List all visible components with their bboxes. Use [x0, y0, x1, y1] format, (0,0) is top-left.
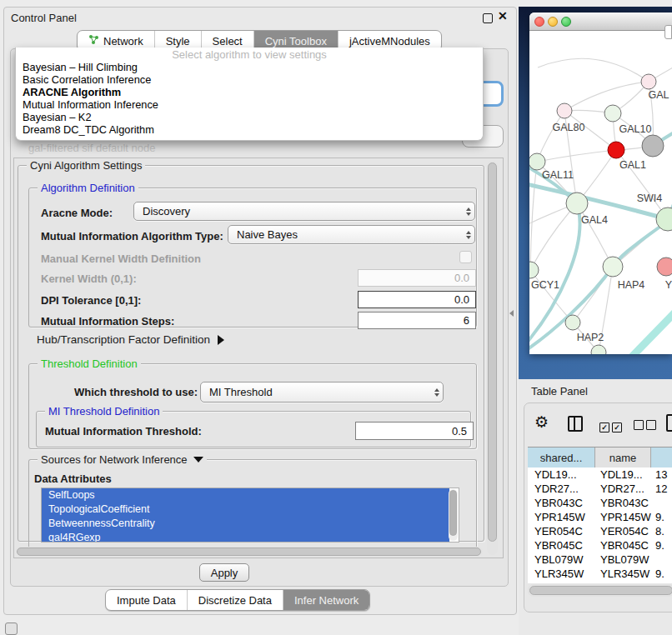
attribute-item[interactable]: BetweennessCentrality: [42, 517, 449, 531]
aracne-mode-combo[interactable]: Discovery: [133, 202, 475, 221]
table-cell: YIL052C: [595, 582, 651, 583]
dock-grip-icon[interactable]: [5, 622, 18, 635]
mi-steps-field[interactable]: 6: [358, 312, 476, 329]
network-node-gal[interactable]: [641, 74, 656, 89]
dpi-tolerance-field[interactable]: 0.0: [358, 291, 476, 308]
table-row[interactable]: YDL19...YDL19...13: [528, 468, 672, 482]
tab-label: Select: [213, 35, 243, 48]
tab-infer-network[interactable]: Infer Network: [283, 590, 369, 610]
node-label: GAL10: [619, 123, 652, 135]
column-header-shared-name[interactable]: shared...: [528, 448, 595, 468]
network-node-gal80[interactable]: [557, 103, 572, 118]
network-node-hap4[interactable]: [603, 257, 623, 277]
column-header-name[interactable]: name: [595, 448, 651, 468]
dropdown-item[interactable]: Mutual Information Inference: [16, 98, 483, 111]
column-view-icon[interactable]: [568, 416, 583, 432]
minimize-traffic-light[interactable]: [548, 17, 558, 27]
sources-group: Sources for Network Inference Data Attri…: [28, 459, 477, 548]
table-cell: YPR145W: [595, 511, 651, 523]
network-node-y[interactable]: [657, 258, 672, 276]
deselect-all-checkboxes-icon[interactable]: [634, 418, 659, 433]
table-cell: YLR345W: [528, 568, 595, 580]
table-row[interactable]: YPR145WYPR145W9.: [528, 510, 672, 524]
node-label: HAP4: [618, 279, 645, 291]
network-node-hap2[interactable]: [565, 315, 580, 330]
network-window-titlebar[interactable]: [529, 12, 672, 31]
dropdown-prompt: Select algorithm to view settings: [16, 48, 483, 61]
table-cell: YPR145W: [528, 511, 595, 523]
network-node-gal10[interactable]: [604, 105, 621, 122]
column-header-partial[interactable]: [651, 448, 672, 468]
attribute-item[interactable]: TopologicalCoefficient: [42, 502, 449, 517]
settings-scroll-viewport: Cyni Algorithm Settings Algorithm Defini…: [13, 158, 504, 558]
table-panel-frame: ⚙ ✓✓ shared... name YDL19...YDL19...1: [524, 402, 672, 612]
mi-threshold-definition-group: MI Threshold Definition Mutual Informati…: [36, 411, 471, 448]
attribute-item[interactable]: SelfLoops: [42, 488, 449, 502]
table-row[interactable]: YIL052CYIL052C9: [528, 581, 672, 583]
splitter-arrow-icon[interactable]: [509, 310, 514, 317]
manual-kernel-label: Manual Kernel Width Definition: [41, 252, 201, 265]
table-horizontal-scrollbar[interactable]: [528, 584, 672, 597]
sources-title-row[interactable]: Sources for Network Inference: [38, 453, 207, 466]
mi-threshold-definition-title: MI Threshold Definition: [45, 405, 163, 418]
close-traffic-light[interactable]: [534, 17, 544, 27]
zoom-traffic-light[interactable]: [561, 17, 571, 27]
aracne-mode-value: Discovery: [143, 205, 190, 218]
tab-label: Cyni Toolbox: [265, 35, 327, 48]
table-cell: 9.: [651, 539, 672, 552]
dropdown-item[interactable]: Bayesian – Hill Climbing: [16, 61, 483, 73]
node-label: GCY1: [531, 279, 559, 291]
dropdown-item[interactable]: Basic Correlation Inference: [16, 73, 483, 86]
network-canvas[interactable]: GALGAL80GAL10GAL1GAL11SWI4GAL4GCY1HAP4YH…: [529, 31, 672, 354]
table-cell: YDL19...: [528, 468, 595, 481]
tab-impute-data[interactable]: Impute Data: [106, 590, 187, 610]
algorithm-definition-group: Algorithm Definition Aracne Mode: Discov…: [28, 188, 477, 328]
table-cell: 9.: [651, 568, 672, 580]
table-cell: YIL052C: [528, 582, 595, 583]
dropdown-item[interactable]: Bayesian – K2: [16, 111, 483, 123]
table-cell: YDR27...: [595, 482, 651, 495]
dpi-tolerance-label: DPI Tolerance [0,1]:: [41, 294, 141, 307]
table-toolbar: ⚙ ✓✓: [524, 415, 672, 438]
tab-label: Network: [103, 35, 143, 48]
mi-threshold-field[interactable]: 0.5: [355, 422, 474, 440]
attributes-scrollbar[interactable]: [449, 489, 458, 541]
table-cell: YBR043C: [528, 497, 595, 509]
dropdown-item[interactable]: Dream8 DC_TDC Algorithm: [16, 123, 483, 136]
table-row[interactable]: YLR345WYLR345W9.: [528, 567, 672, 581]
settings-horizontal-scrollbar[interactable]: [16, 547, 483, 557]
mi-type-combo[interactable]: Naive Bayes: [228, 225, 475, 244]
settings-vertical-scrollbar[interactable]: [487, 161, 498, 555]
kernel-width-field[interactable]: 0.0: [358, 269, 476, 287]
float-window-icon[interactable]: [483, 13, 493, 23]
table-row[interactable]: YBR043CYBR043C: [528, 496, 672, 510]
attribute-item[interactable]: gal4RGexp: [42, 531, 449, 542]
algorithm-definition-title: Algorithm Definition: [38, 182, 138, 194]
manual-kernel-checkbox[interactable]: [459, 251, 472, 263]
canvas-scrollbar-fragment[interactable]: [664, 25, 672, 39]
network-node-gal11[interactable]: [529, 153, 545, 170]
network-node[interactable]: [642, 135, 664, 157]
tab-discretize-data[interactable]: Discretize Data: [187, 590, 283, 610]
dropdown-item[interactable]: ARACNE Algorithm: [16, 86, 483, 98]
hub-definition-expander[interactable]: Hub/Transcription Factor Definition: [37, 333, 224, 346]
data-attributes-list[interactable]: SelfLoopsTopologicalCoefficientBetweenne…: [41, 488, 459, 542]
network-node-gal1[interactable]: [608, 142, 624, 158]
which-threshold-combo[interactable]: MI Threshold: [200, 382, 444, 402]
network-icon: [88, 34, 99, 48]
new-table-icon[interactable]: [666, 414, 672, 432]
close-icon[interactable]: ✕: [498, 9, 508, 22]
table-row[interactable]: YER054CYER054C8.: [528, 524, 672, 538]
network-node-gcy1[interactable]: [529, 262, 539, 278]
select-all-checkboxes-icon[interactable]: ✓✓: [599, 418, 624, 433]
apply-button[interactable]: Apply: [199, 563, 249, 582]
mi-type-value: Naive Bayes: [237, 228, 298, 241]
gear-icon[interactable]: ⚙: [534, 412, 549, 432]
table-cell: YBR045C: [528, 539, 595, 552]
table-row[interactable]: YDR27...YDR27...12: [528, 482, 672, 496]
table-row[interactable]: YBL079WYBL079W: [528, 552, 672, 567]
table-row[interactable]: YBR045CYBR045C9.: [528, 538, 672, 552]
which-threshold-value: MI Threshold: [209, 386, 273, 398]
cyni-algorithm-settings-group: Cyni Algorithm Settings Algorithm Defini…: [18, 165, 484, 542]
network-node-gal4[interactable]: [566, 192, 588, 214]
